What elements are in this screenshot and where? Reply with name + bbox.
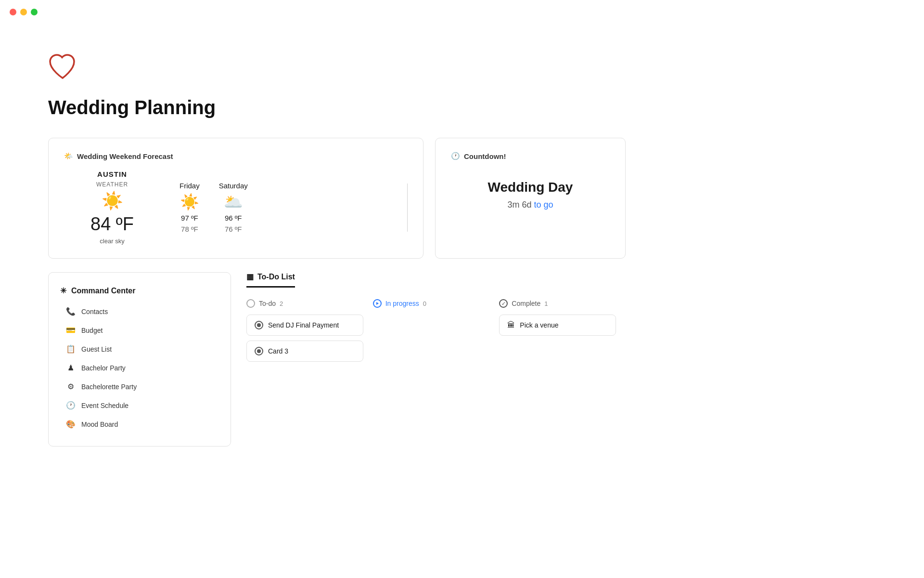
todo-column-complete-count: 1 bbox=[544, 300, 548, 307]
countdown-card-title: Countdown! bbox=[464, 152, 506, 160]
command-item-contacts[interactable]: 📞 Contacts bbox=[60, 303, 219, 320]
todo-item-venue[interactable]: 🏛 Pick a venue bbox=[499, 315, 616, 336]
command-item-bachelor-party[interactable]: ♟ Bachelor Party bbox=[60, 359, 219, 376]
todo-columns: To-do 2 Send DJ Final Payment Card 3 bbox=[246, 299, 626, 367]
command-item-event-schedule-label: Event Schedule bbox=[81, 402, 128, 409]
countdown-suffix: to go bbox=[534, 200, 553, 210]
countdown-card-header: 🕐 Countdown! bbox=[451, 152, 610, 160]
bottom-row: ✳ Command Center 📞 Contacts 💳 Budget 📋 G… bbox=[48, 272, 626, 447]
todo-column-complete-header: ✓ Complete 1 bbox=[499, 299, 616, 308]
todo-item-card3-text: Card 3 bbox=[268, 347, 288, 355]
app-logo bbox=[48, 53, 626, 83]
command-item-guest-list[interactable]: 📋 Guest List bbox=[60, 341, 219, 357]
todo-column-inprogress-header: In progress 0 bbox=[373, 299, 490, 308]
command-item-bachelorette-party-label: Bachelorette Party bbox=[81, 383, 137, 391]
forecast-friday: Friday ☀️ 97 ºF 78 ºF bbox=[180, 182, 200, 233]
top-cards-row: 🌤️ Wedding Weekend Forecast AUSTIN WEATH… bbox=[48, 138, 626, 259]
guest-list-icon: 📋 bbox=[66, 344, 76, 354]
todo-tab[interactable]: ▦ To-Do List bbox=[246, 272, 295, 288]
command-center-header: ✳ Command Center bbox=[60, 286, 219, 295]
todo-column-todo-header: To-do 2 bbox=[246, 299, 363, 308]
todo-item-venue-text: Pick a venue bbox=[520, 321, 558, 329]
forecast-saturday: Saturday 🌥️ 96 ºF 76 ºF bbox=[219, 182, 248, 233]
weather-temp: 84 ºF bbox=[90, 214, 134, 235]
weather-divider bbox=[407, 184, 408, 232]
main-content: Wedding Planning 🌤️ Wedding Weekend Fore… bbox=[0, 24, 674, 475]
forecast-friday-label: Friday bbox=[180, 182, 200, 190]
todo-column-todo: To-do 2 Send DJ Final Payment Card 3 bbox=[246, 299, 373, 367]
minimize-button[interactable] bbox=[20, 9, 27, 15]
todo-column-complete-label: Complete bbox=[512, 300, 540, 307]
todo-item-dj-text: Send DJ Final Payment bbox=[268, 321, 339, 329]
forecast-saturday-low: 76 ºF bbox=[225, 225, 242, 233]
todo-column-inprogress-count: 0 bbox=[423, 300, 426, 307]
todo-column-inprogress: In progress 0 bbox=[373, 299, 500, 367]
command-item-budget[interactable]: 💳 Budget bbox=[60, 322, 219, 339]
svg-marker-0 bbox=[376, 302, 379, 305]
command-items-list: 📞 Contacts 💳 Budget 📋 Guest List ♟ Bache… bbox=[60, 303, 219, 433]
close-button[interactable] bbox=[10, 9, 16, 15]
weather-card: 🌤️ Wedding Weekend Forecast AUSTIN WEATH… bbox=[48, 138, 424, 259]
page-title: Wedding Planning bbox=[48, 97, 626, 118]
command-center-title: Command Center bbox=[71, 287, 135, 295]
complete-icon: ✓ bbox=[499, 299, 508, 308]
command-item-mood-board[interactable]: 🎨 Mood Board bbox=[60, 416, 219, 433]
weather-icon: 🌤️ bbox=[64, 152, 73, 160]
command-item-bachelor-party-label: Bachelor Party bbox=[81, 364, 126, 372]
todo-item-card3-icon bbox=[255, 347, 263, 355]
countdown-time: 3m 6d to go bbox=[507, 200, 553, 210]
weather-card-header: 🌤️ Wedding Weekend Forecast bbox=[64, 152, 408, 160]
countdown-card: 🕐 Countdown! Wedding Day 3m 6d to go bbox=[435, 138, 626, 259]
forecast-friday-low: 78 ºF bbox=[181, 225, 198, 233]
todo-item-card3[interactable]: Card 3 bbox=[246, 341, 363, 362]
command-item-event-schedule[interactable]: 🕐 Event Schedule bbox=[60, 397, 219, 414]
countdown-event: Wedding Day bbox=[488, 180, 573, 195]
weather-card-title: Wedding Weekend Forecast bbox=[77, 152, 173, 160]
todo-tab-label: To-Do List bbox=[257, 273, 295, 281]
command-item-contacts-label: Contacts bbox=[81, 308, 108, 315]
todo-column-inprogress-label: In progress bbox=[385, 300, 419, 307]
command-item-guest-list-label: Guest List bbox=[81, 345, 112, 353]
todo-item-dj-payment[interactable]: Send DJ Final Payment bbox=[246, 315, 363, 336]
todo-column-complete: ✓ Complete 1 🏛 Pick a venue bbox=[499, 299, 626, 367]
command-item-mood-board-label: Mood Board bbox=[81, 420, 118, 428]
countdown-icon: 🕐 bbox=[451, 152, 460, 160]
weather-sun-icon: ☀️ bbox=[102, 191, 123, 211]
forecast-saturday-high: 96 ºF bbox=[225, 214, 242, 222]
forecast-saturday-label: Saturday bbox=[219, 182, 248, 190]
command-center-icon: ✳ bbox=[60, 286, 66, 295]
venue-icon: 🏛 bbox=[507, 321, 515, 329]
todo-column-todo-label: To-do bbox=[259, 300, 276, 307]
todo-column-todo-count: 2 bbox=[280, 300, 283, 307]
weather-body: AUSTIN WEATHER ☀️ 84 ºF clear sky Friday… bbox=[64, 170, 408, 245]
forecast-saturday-icon: 🌥️ bbox=[224, 193, 243, 211]
forecast-friday-high: 97 ºF bbox=[181, 214, 198, 222]
command-item-bachelorette-party[interactable]: ⚙ Bachelorette Party bbox=[60, 378, 219, 395]
todo-tab-icon: ▦ bbox=[246, 272, 254, 281]
budget-icon: 💳 bbox=[66, 326, 76, 335]
command-center-card: ✳ Command Center 📞 Contacts 💳 Budget 📋 G… bbox=[48, 272, 231, 447]
mood-board-icon: 🎨 bbox=[66, 420, 76, 429]
countdown-time-value: 3m 6d bbox=[507, 200, 531, 210]
weather-city: AUSTIN bbox=[97, 170, 127, 178]
weather-current: AUSTIN WEATHER ☀️ 84 ºF clear sky bbox=[64, 170, 160, 245]
window-chrome bbox=[0, 0, 924, 24]
weather-description: clear sky bbox=[100, 237, 124, 245]
weather-label: WEATHER bbox=[96, 181, 128, 188]
command-item-budget-label: Budget bbox=[81, 327, 103, 334]
inprogress-icon bbox=[373, 299, 382, 308]
bachelor-party-icon: ♟ bbox=[66, 363, 76, 372]
maximize-button[interactable] bbox=[31, 9, 38, 15]
contacts-icon: 📞 bbox=[66, 307, 76, 316]
todo-item-dj-icon bbox=[255, 321, 263, 329]
bachelorette-party-icon: ⚙ bbox=[66, 382, 76, 391]
todo-card: ▦ To-Do List To-do 2 Send DJ Final Payme… bbox=[243, 272, 626, 447]
todo-status-circle bbox=[246, 299, 255, 308]
countdown-body: Wedding Day 3m 6d to go bbox=[451, 170, 610, 220]
event-schedule-icon: 🕐 bbox=[66, 401, 76, 410]
forecast-friday-icon: ☀️ bbox=[180, 193, 199, 211]
weather-forecast: Friday ☀️ 97 ºF 78 ºF Saturday 🌥️ 96 ºF … bbox=[180, 182, 407, 233]
